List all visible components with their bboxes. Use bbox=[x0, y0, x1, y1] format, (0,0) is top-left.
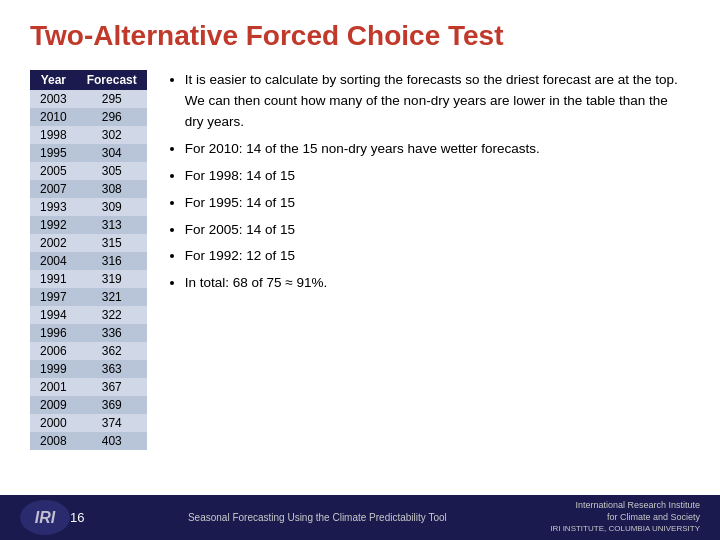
table-row: 2008403 bbox=[30, 432, 147, 450]
table-row: 2010296 bbox=[30, 108, 147, 126]
table-cell: 403 bbox=[77, 432, 147, 450]
col-forecast: Forecast bbox=[77, 70, 147, 90]
footer: IRI 16 Seasonal Forecasting Using the Cl… bbox=[0, 495, 720, 540]
bullet-item: For 2010: 14 of the 15 non-dry years hav… bbox=[185, 139, 690, 160]
table-cell: 2002 bbox=[30, 234, 77, 252]
table-row: 1997321 bbox=[30, 288, 147, 306]
table-row: 2005305 bbox=[30, 162, 147, 180]
table-row: 2001367 bbox=[30, 378, 147, 396]
data-table: Year Forecast 20032952010296199830219953… bbox=[30, 70, 147, 450]
table-container: Year Forecast 20032952010296199830219953… bbox=[30, 70, 147, 450]
table-cell: 374 bbox=[77, 414, 147, 432]
footer-org: International Research Institutefor Clim… bbox=[550, 500, 700, 535]
table-cell: 1995 bbox=[30, 144, 77, 162]
col-year: Year bbox=[30, 70, 77, 90]
logo-text: IRI bbox=[35, 509, 55, 527]
table-cell: 322 bbox=[77, 306, 147, 324]
table-cell: 367 bbox=[77, 378, 147, 396]
table-cell: 2009 bbox=[30, 396, 77, 414]
table-cell: 1999 bbox=[30, 360, 77, 378]
table-cell: 309 bbox=[77, 198, 147, 216]
table-cell: 2000 bbox=[30, 414, 77, 432]
table-row: 2007308 bbox=[30, 180, 147, 198]
table-cell: 295 bbox=[77, 90, 147, 108]
table-cell: 305 bbox=[77, 162, 147, 180]
table-row: 2006362 bbox=[30, 342, 147, 360]
table-cell: 1991 bbox=[30, 270, 77, 288]
table-row: 2000374 bbox=[30, 414, 147, 432]
table-cell: 315 bbox=[77, 234, 147, 252]
table-cell: 1992 bbox=[30, 216, 77, 234]
footer-subtitle: Seasonal Forecasting Using the Climate P… bbox=[94, 512, 540, 523]
bullet-item: For 2005: 14 of 15 bbox=[185, 220, 690, 241]
page-title: Two-Alternative Forced Choice Test bbox=[30, 20, 690, 52]
table-cell: 2008 bbox=[30, 432, 77, 450]
table-row: 1993309 bbox=[30, 198, 147, 216]
bullet-item: For 1998: 14 of 15 bbox=[185, 166, 690, 187]
table-cell: 369 bbox=[77, 396, 147, 414]
table-row: 2004316 bbox=[30, 252, 147, 270]
table-row: 2002315 bbox=[30, 234, 147, 252]
table-cell: 2010 bbox=[30, 108, 77, 126]
bullets-list: It is easier to calculate by sorting the… bbox=[167, 70, 690, 294]
bullet-item: It is easier to calculate by sorting the… bbox=[185, 70, 690, 133]
table-cell: 2004 bbox=[30, 252, 77, 270]
table-cell: 321 bbox=[77, 288, 147, 306]
table-cell: 1994 bbox=[30, 306, 77, 324]
table-row: 1998302 bbox=[30, 126, 147, 144]
org-name: International Research Institutefor Clim… bbox=[550, 500, 700, 533]
table-cell: 2005 bbox=[30, 162, 77, 180]
footer-page-number: 16 bbox=[70, 510, 84, 525]
table-cell: 2001 bbox=[30, 378, 77, 396]
table-row: 1994322 bbox=[30, 306, 147, 324]
table-cell: 2003 bbox=[30, 90, 77, 108]
bullet-item: For 1995: 14 of 15 bbox=[185, 193, 690, 214]
table-row: 2003295 bbox=[30, 90, 147, 108]
table-row: 1992313 bbox=[30, 216, 147, 234]
table-row: 1991319 bbox=[30, 270, 147, 288]
table-cell: 336 bbox=[77, 324, 147, 342]
table-cell: 2006 bbox=[30, 342, 77, 360]
bullet-item: In total: 68 of 75 ≈ 91%. bbox=[185, 273, 690, 294]
table-cell: 2007 bbox=[30, 180, 77, 198]
table-cell: 1998 bbox=[30, 126, 77, 144]
slide: Two-Alternative Forced Choice Test Year … bbox=[0, 0, 720, 540]
table-cell: 313 bbox=[77, 216, 147, 234]
table-row: 1996336 bbox=[30, 324, 147, 342]
bullet-item: For 1992: 12 of 15 bbox=[185, 246, 690, 267]
table-header-row: Year Forecast bbox=[30, 70, 147, 90]
table-cell: 363 bbox=[77, 360, 147, 378]
table-row: 1999363 bbox=[30, 360, 147, 378]
table-cell: 304 bbox=[77, 144, 147, 162]
bullet-points: It is easier to calculate by sorting the… bbox=[167, 70, 690, 300]
content-area: Year Forecast 20032952010296199830219953… bbox=[30, 70, 690, 450]
table-cell: 308 bbox=[77, 180, 147, 198]
table-cell: 296 bbox=[77, 108, 147, 126]
table-row: 1995304 bbox=[30, 144, 147, 162]
table-cell: 1996 bbox=[30, 324, 77, 342]
table-cell: 316 bbox=[77, 252, 147, 270]
table-cell: 362 bbox=[77, 342, 147, 360]
table-cell: 302 bbox=[77, 126, 147, 144]
table-cell: 1993 bbox=[30, 198, 77, 216]
table-cell: 319 bbox=[77, 270, 147, 288]
table-row: 2009369 bbox=[30, 396, 147, 414]
footer-logo: IRI bbox=[20, 500, 70, 535]
table-cell: 1997 bbox=[30, 288, 77, 306]
